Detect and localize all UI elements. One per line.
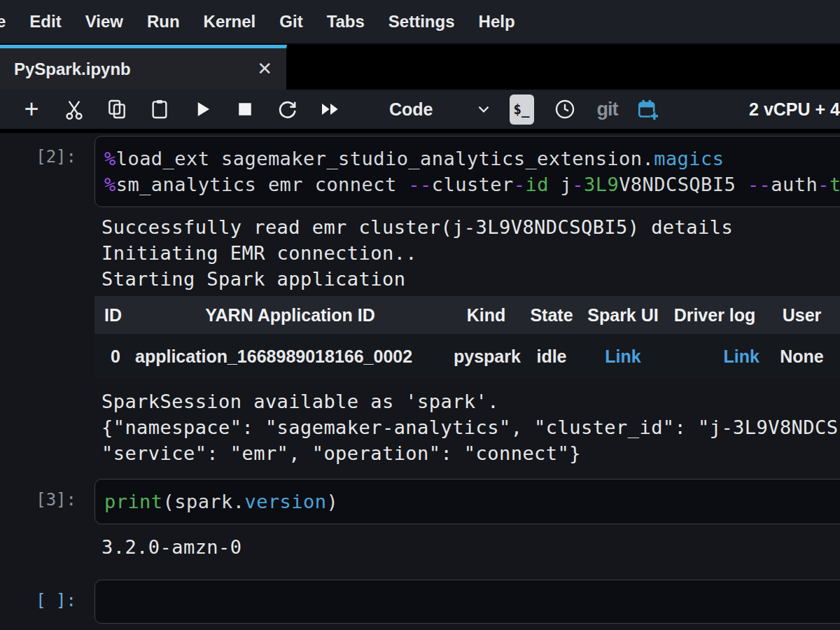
run-cell-button[interactable] <box>190 95 214 123</box>
code-token: -- <box>748 174 771 195</box>
menu-item-tabs[interactable]: Tabs <box>315 0 377 43</box>
table-header-state: State <box>523 296 580 334</box>
cell-prompt: [2]: <box>0 136 94 167</box>
close-icon[interactable]: ✕ <box>257 58 272 80</box>
code-line: print(spark.version) <box>104 489 840 514</box>
scissors-icon <box>63 98 85 120</box>
stream-output: Successfully read emr cluster(j-3L9V8NDC… <box>102 214 840 292</box>
code-token: - <box>818 174 830 195</box>
code-cell-empty: [ ]: <box>0 580 840 624</box>
menu-item-kernel[interactable]: Kernel <box>192 0 268 43</box>
stop-kernel-button[interactable] <box>233 95 257 123</box>
copy-icon <box>106 98 128 120</box>
code-line: %load_ext sagemaker_studio_analytics_ext… <box>104 146 840 172</box>
code-token: id <box>525 174 548 195</box>
code-token: version <box>244 491 326 512</box>
new-session-button[interactable] <box>636 95 659 123</box>
menu-item-git[interactable]: Git <box>267 0 314 43</box>
code-token: sm_analytics emr connect <box>116 174 409 195</box>
code-cell-2: [2]: %load_ext sagemaker_studio_analytic… <box>0 136 840 207</box>
plus-icon: + <box>24 97 38 121</box>
code-token: 3L9 <box>584 174 619 195</box>
table-cell: None <box>764 334 840 379</box>
spark-application-table: IDYARN Application IDKindStateSpark UIDr… <box>94 296 840 379</box>
restart-icon <box>276 98 299 120</box>
menu-bar: FileEditViewRunKernelGitTabsSettingsHelp <box>0 0 840 45</box>
code-editor[interactable]: print(spark.version) <box>94 479 840 524</box>
table-header-id: ID <box>94 296 131 334</box>
menu-item-help[interactable]: Help <box>467 0 527 43</box>
terminal-button[interactable]: $_ <box>510 94 534 125</box>
code-editor[interactable] <box>94 580 840 624</box>
git-button[interactable]: git <box>597 99 618 120</box>
chevron-down-icon <box>475 100 493 118</box>
clock-icon <box>554 98 576 120</box>
code-token: -- <box>408 174 431 195</box>
code-line: %sm_analytics emr connect --cluster-id j… <box>104 172 840 197</box>
code-token: ) <box>326 491 338 512</box>
spark-ui-link[interactable]: Link <box>605 346 640 366</box>
output-line: {"namespace": "sagemaker-analytics", "cl… <box>102 414 840 440</box>
table-cell: idle <box>523 334 580 379</box>
output-line: "service": "emr", "operation": "connect"… <box>102 440 840 466</box>
restart-run-all-button[interactable] <box>318 95 342 123</box>
code-token: cluster <box>432 174 514 195</box>
tab-bar: PySpark.ipynb ✕ <box>0 45 840 90</box>
instance-type-label[interactable]: 2 vCPU + 4 <box>749 99 840 120</box>
menu-item-file[interactable]: File <box>0 0 18 43</box>
copy-cells-button[interactable] <box>105 95 129 123</box>
calendar-plus-icon <box>636 97 659 122</box>
table-header-yarn-application-id: YARN Application ID <box>131 296 449 334</box>
history-button[interactable] <box>553 95 577 123</box>
table-header-kind: Kind <box>449 296 523 334</box>
jupyterlab-window: FileEditViewRunKernelGitTabsSettingsHelp… <box>0 0 840 630</box>
stream-output: SparkSession available as 'spark'.{"name… <box>102 388 840 466</box>
cut-cells-button[interactable] <box>62 95 86 123</box>
paste-cells-button[interactable] <box>148 95 172 123</box>
add-cell-button[interactable]: + <box>20 95 43 123</box>
code-token: t <box>830 174 840 195</box>
code-token: V8NDCSQBI5 <box>619 174 748 195</box>
menu-item-settings[interactable]: Settings <box>377 0 467 43</box>
code-token: j <box>549 174 572 195</box>
table-header-user: User <box>764 296 840 334</box>
table-cell: 0 <box>94 334 131 379</box>
menu-item-view[interactable]: View <box>74 0 135 43</box>
output-line: 3.2.0-amzn-0 <box>102 534 840 560</box>
table-cell: Link <box>580 334 666 379</box>
table-cell: pyspark <box>449 334 523 379</box>
output-line: SparkSession available as 'spark'. <box>102 388 840 414</box>
notebook-toolbar: + <box>0 90 840 133</box>
output-line: Initiating EMR connection.. <box>102 240 840 266</box>
table-header-driver-log: Driver log <box>666 296 764 334</box>
table-header-spark-ui: Spark UI <box>580 296 666 334</box>
stream-output: 3.2.0-amzn-0 <box>102 534 840 560</box>
table-cell: application_1668989018166_0002 <box>131 334 449 379</box>
code-token: (spark. <box>163 491 245 512</box>
menu-item-edit[interactable]: Edit <box>18 0 73 43</box>
play-icon <box>192 99 213 120</box>
cell-type-dropdown[interactable]: Code <box>389 99 433 120</box>
menu-item-run[interactable]: Run <box>135 0 192 43</box>
fast-forward-icon <box>319 98 342 120</box>
cell-type-dropdown-arrow[interactable] <box>472 95 496 123</box>
terminal-icon: $_ <box>514 102 530 117</box>
code-token: load_ext sagemaker_studio_analytics_exte… <box>116 148 654 169</box>
code-token: auth <box>771 174 818 195</box>
stop-icon <box>234 99 255 120</box>
code-token: - <box>572 174 584 195</box>
tab-title: PySpark.ipynb <box>14 59 131 79</box>
code-token: magics <box>654 148 724 169</box>
tab-pyspark-notebook[interactable]: PySpark.ipynb ✕ <box>0 45 287 90</box>
code-token: - <box>514 174 526 195</box>
output-line: Successfully read emr cluster(j-3L9V8NDC… <box>102 214 840 240</box>
restart-kernel-button[interactable] <box>276 95 300 123</box>
driver-log-link[interactable]: Link <box>724 346 760 366</box>
output-line: Starting Spark application <box>102 266 840 292</box>
code-editor[interactable]: %load_ext sagemaker_studio_analytics_ext… <box>94 136 840 207</box>
code-token: % <box>104 174 116 195</box>
code-token: print <box>104 491 163 512</box>
cell-prompt: [ ]: <box>0 580 94 610</box>
table-row: 0application_1668989018166_0002pysparkid… <box>94 334 840 379</box>
code-cell-3: [3]: print(spark.version) <box>0 479 840 524</box>
